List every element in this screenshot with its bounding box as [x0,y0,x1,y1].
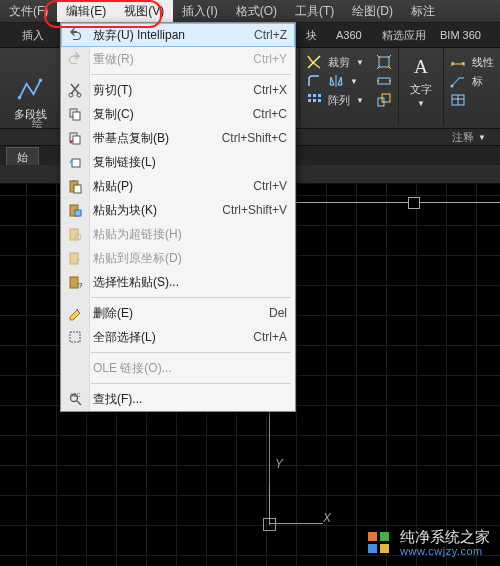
text-icon[interactable]: A [407,52,435,80]
ribbon-panel-modify2 [370,48,398,128]
menu-item-label: 粘贴为块(K) [93,202,222,219]
menu-separator [91,74,291,75]
menu-item-shortcut: Ctrl+X [253,83,287,97]
copy-link-icon [66,153,84,171]
menu-item-label: 放弃(U) Intellipan [93,27,254,44]
menu-separator [91,383,291,384]
doc-tab-start[interactable]: 始 [6,147,39,166]
menu-item-label: 查找(F)... [93,391,287,408]
polyline-icon[interactable] [16,75,44,103]
menu-item-label: 全部选择(L) [93,329,253,346]
menu-file[interactable]: 文件(F) [0,0,57,22]
mirror-icon[interactable] [328,73,344,89]
menu-item-label: 粘贴到原坐标(D) [93,250,287,267]
select-all-icon [66,328,84,346]
blank-icon [66,359,84,377]
text-label: 文字 [410,82,432,97]
crosshair-pickbox [408,197,420,209]
menu-tools[interactable]: 工具(T) [286,0,343,22]
svg-rect-2 [308,94,311,97]
table-icon[interactable] [450,92,466,108]
menu-view[interactable]: 视图(V) [115,0,173,22]
svg-rect-25 [74,185,81,193]
menu-item-find[interactable]: ABC 查找(F)... [61,387,295,411]
menu-item-ole-links: OLE 链接(O)... [61,356,295,380]
watermark-title: 纯净系统之家 [400,528,490,545]
chevron-down-icon[interactable]: ▼ [356,58,364,67]
menu-item-shortcut: Ctrl+A [253,330,287,344]
menu-item-cut[interactable]: 剪切(T) Ctrl+X [61,78,295,102]
ribbon-tab-insert[interactable]: 插入 [12,23,54,47]
menu-item-select-all[interactable]: 全部选择(L) Ctrl+A [61,325,295,349]
svg-point-21 [70,141,73,144]
svg-rect-22 [72,159,80,167]
chevron-down-icon[interactable]: ▼ [478,133,486,142]
copy-base-icon [66,129,84,147]
ribbon-panel-modify: 裁剪 ▼ ▼ 阵列 ▼ [300,48,370,128]
svg-rect-9 [378,78,390,84]
ribbon-tab-bim[interactable]: BIM 360 [430,23,491,47]
menu-insert[interactable]: 插入(I) [173,0,226,22]
menu-separator [91,297,291,298]
menu-item-paste[interactable]: 粘贴(P) Ctrl+V [61,174,295,198]
watermark: 纯净系统之家 www.cwjzy.com [366,528,490,558]
watermark-logo-icon [366,530,392,556]
undo-icon [66,26,84,44]
leader-label: 标 [472,74,483,89]
menu-item-label: 重做(R) [93,51,253,68]
svg-point-1 [39,79,43,83]
chevron-down-icon[interactable]: ▼ [417,99,425,108]
linear-dim-icon[interactable] [450,54,466,70]
ucs-x-label: X [323,511,331,525]
menu-item-label: 带基点复制(B) [93,130,222,147]
erase-icon [66,304,84,322]
menu-item-erase[interactable]: 删除(E) Del [61,301,295,325]
menu-item-paste-block[interactable]: 粘贴为块(K) Ctrl+Shift+V [61,198,295,222]
menu-edit[interactable]: 编辑(E) [57,0,115,22]
svg-rect-20 [73,136,80,144]
paste-hyperlink-icon [66,225,84,243]
menu-item-copy-base[interactable]: 带基点复制(B) Ctrl+Shift+C [61,126,295,150]
menu-item-paste-orig: 粘贴到原坐标(D) [61,246,295,270]
menu-dim[interactable]: 标注 [402,0,444,22]
menu-item-copy[interactable]: 复制(C) Ctrl+C [61,102,295,126]
svg-rect-4 [318,94,321,97]
menu-item-copy-link[interactable]: 复制链接(L) [61,150,295,174]
trim-icon[interactable] [306,54,322,70]
svg-rect-18 [73,112,80,120]
menu-item-shortcut: Ctrl+C [253,107,287,121]
menu-format[interactable]: 格式(O) [227,0,286,22]
menu-draw[interactable]: 绘图(D) [343,0,402,22]
menu-item-shortcut: Ctrl+V [253,179,287,193]
menu-item-label: 删除(E) [93,305,269,322]
menu-item-undo[interactable]: 放弃(U) Intellipan Ctrl+Z [61,23,295,47]
array-icon[interactable] [306,92,322,108]
fillet-icon[interactable] [306,73,322,89]
menu-item-label: 剪切(T) [93,82,253,99]
stretch-icon[interactable] [376,73,392,89]
array-label: 阵列 [328,93,350,108]
ribbon-tab-a360[interactable]: A360 [326,23,372,47]
chevron-down-icon[interactable]: ▼ [356,96,364,105]
menu-item-paste-special[interactable]: ? 选择性粘贴(S)... [61,270,295,294]
svg-rect-36 [368,532,377,541]
svg-rect-33 [70,332,80,342]
scale-icon[interactable] [376,92,392,108]
svg-rect-31 [70,277,78,288]
svg-rect-7 [318,99,321,102]
leader-icon[interactable] [450,73,466,89]
svg-rect-37 [380,532,389,541]
ribbon-tab-blocks[interactable]: 块 [296,23,327,47]
linear-dim-label: 线性 [472,55,494,70]
panel-label-draw: 绘 [32,116,43,131]
ribbon-panel-text: A 文字 ▼ [399,48,443,128]
menu-item-label: 复制链接(L) [93,154,287,171]
ribbon-panel-draw: 多段线 [0,48,60,128]
explode-icon[interactable] [376,54,392,70]
menu-separator [91,352,291,353]
chevron-down-icon[interactable]: ▼ [350,77,358,86]
ribbon-tab-apps[interactable]: 精选应用 [372,23,436,47]
menu-item-shortcut: Del [269,306,287,320]
svg-rect-27 [75,210,81,216]
svg-point-13 [451,85,454,88]
